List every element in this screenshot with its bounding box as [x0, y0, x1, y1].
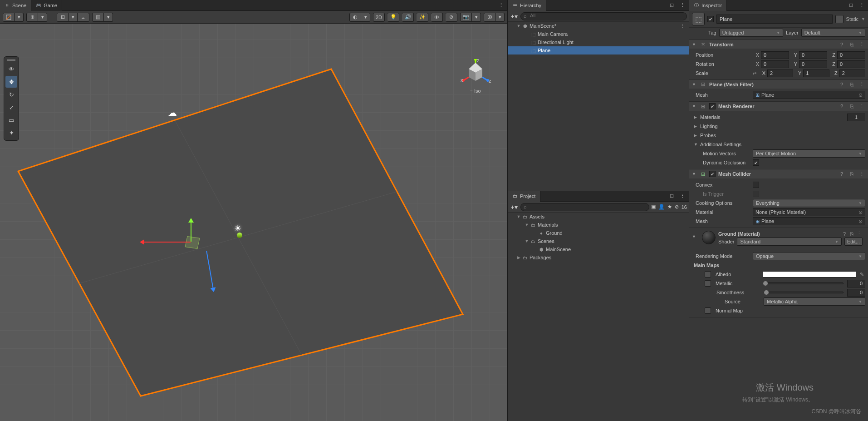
render-debug-button[interactable]: ◐ — [349, 13, 361, 22]
menu-icon[interactable]: ⋮ — [858, 171, 865, 177]
albedo-color-swatch[interactable] — [763, 271, 856, 277]
materials-count[interactable]: 1 — [847, 114, 865, 121]
scale-y-input[interactable]: 1 — [803, 69, 829, 77]
preset-icon[interactable]: ⎘ — [848, 171, 855, 177]
gizmos-toggle[interactable]: ⦿ — [484, 13, 495, 22]
orientation-gizmo[interactable]: x y z ≡ Iso — [457, 59, 494, 94]
material-preview-icon[interactable] — [702, 231, 716, 244]
favorite-filter-icon[interactable]: ★ — [667, 204, 672, 210]
convex-checkbox[interactable] — [753, 182, 759, 188]
smoothness-value-input[interactable]: 0 — [847, 289, 865, 297]
scene-view[interactable]: ☁ ☀ 👁 ✥ ↻ ⤢ ▭ ✦ x — [0, 24, 507, 421]
hidden-toggle[interactable]: 👁 — [431, 13, 443, 22]
constrain-scale-icon[interactable]: ⇄ — [753, 71, 760, 76]
gameobject-icon[interactable]: ⬚ — [692, 13, 705, 25]
foldout-icon[interactable] — [516, 24, 521, 28]
foldout-icon[interactable] — [516, 214, 521, 219]
inspector-dock[interactable]: ⊡ — [846, 2, 856, 8]
project-assets-row[interactable]: 🗀Assets — [508, 213, 689, 221]
project-search-input[interactable] — [520, 203, 649, 211]
hierarchy-item-light[interactable]: ⬚Directional Light — [508, 38, 689, 46]
layers-button[interactable] — [835, 15, 843, 23]
position-x-input[interactable]: 0 — [761, 51, 789, 59]
albedo-texture[interactable] — [705, 271, 711, 277]
materials-foldout[interactable]: ▶Materials1 — [692, 113, 865, 122]
filter-type-icon[interactable]: ▣ — [651, 204, 656, 210]
gizmo-x-axis[interactable] — [141, 242, 191, 243]
collider-mesh-field[interactable]: ⊞Plane⊙ — [753, 217, 865, 225]
rotation-x-input[interactable]: 0 — [761, 60, 789, 68]
scale-tool[interactable]: ⤢ — [5, 101, 17, 113]
draw-mode-button[interactable]: ⊕ — [26, 13, 38, 22]
source-dropdown[interactable]: Metallic Alpha▼ — [764, 297, 865, 306]
toggle-2d[interactable]: 2D — [373, 13, 385, 22]
project-tab-menu[interactable]: ⋮ — [677, 193, 689, 199]
camera-settings[interactable]: 📷 — [460, 13, 472, 22]
tab-inspector[interactable]: ⓘInspector — [689, 0, 727, 11]
rotation-z-input[interactable]: 0 — [837, 60, 865, 68]
menu-icon[interactable]: ⋮ — [858, 41, 865, 47]
hierarchy-scene-row[interactable]: ⬢MainScene*⋮ — [508, 22, 689, 30]
foldout-icon[interactable]: ▼ — [692, 234, 696, 239]
mesh-filter-header[interactable]: ▼ ⊞ Plane (Mesh Filter) ? ⎘ ⋮ — [689, 80, 868, 89]
physic-material-field[interactable]: None (Physic Material)⊙ — [753, 208, 865, 216]
lighting-foldout[interactable]: ▶Lighting — [692, 122, 865, 131]
eyedropper-icon[interactable]: ✎ — [858, 272, 865, 277]
view-tool[interactable]: 👁 — [5, 63, 17, 75]
layer-dropdown[interactable]: Default▼ — [801, 29, 865, 37]
project-mainscene-row[interactable]: ⬢MainScene — [508, 245, 689, 253]
tab-game[interactable]: 🎮Game — [31, 0, 62, 11]
static-dropdown[interactable]: ▼ — [861, 17, 865, 21]
lighting-toggle[interactable]: 💡 — [387, 13, 399, 22]
move-tool[interactable]: ✥ — [5, 76, 17, 88]
mesh-collider-header[interactable]: ▼ ⊞ ✔ Mesh Collider ? ⎘ ⋮ — [689, 169, 868, 178]
active-checkbox[interactable]: ✔ — [707, 16, 714, 22]
transform-header[interactable]: ▼ ⤧ Transform ? ⎘ ⋮ — [689, 40, 868, 49]
probes-foldout[interactable]: ▶Probes — [692, 131, 865, 140]
hierarchy-item-camera[interactable]: ⬚Main Camera — [508, 30, 689, 38]
foldout-icon[interactable]: ▼ — [692, 104, 696, 109]
position-z-input[interactable]: 0 — [837, 51, 865, 59]
object-picker-icon[interactable]: ⊙ — [858, 218, 863, 224]
rendering-mode-dropdown[interactable]: Opaque▼ — [753, 252, 865, 260]
hierarchy-add-button[interactable]: +▾ — [510, 13, 519, 20]
project-dock[interactable]: ⊡ — [667, 193, 677, 199]
hierarchy-tab-menu[interactable]: ⋮ — [677, 2, 689, 8]
object-picker-icon[interactable]: ⊙ — [858, 92, 863, 98]
foldout-icon[interactable]: ▼ — [692, 82, 696, 87]
palette-drag-handle[interactable] — [7, 59, 15, 61]
snap-toggle[interactable]: ⫠ — [78, 13, 89, 22]
gizmo-y-axis[interactable] — [191, 219, 191, 242]
preset-icon[interactable]: ⎘ — [848, 104, 855, 109]
preset-icon[interactable]: ⎘ — [848, 82, 855, 87]
normal-texture[interactable] — [705, 307, 711, 314]
shading-mode-dropdown[interactable]: ▾ — [15, 13, 24, 22]
hierarchy-item-plane[interactable]: ⬚Plane — [508, 46, 689, 54]
foldout-icon[interactable] — [524, 223, 530, 227]
mesh-renderer-header[interactable]: ▼ ⊞ ✔ Mesh Renderer ? ⎘ ⋮ — [689, 102, 868, 111]
rotation-y-input[interactable]: 0 — [799, 60, 827, 68]
smoothness-slider[interactable] — [764, 292, 843, 293]
rect-tool[interactable]: ▭ — [5, 114, 17, 126]
rotate-tool[interactable]: ↻ — [5, 89, 17, 100]
preset-icon[interactable]: ⎘ — [848, 231, 855, 237]
foldout-icon[interactable]: ▼ — [692, 42, 696, 47]
renderer-enabled-checkbox[interactable]: ✔ — [709, 103, 716, 109]
help-icon[interactable]: ? — [838, 104, 845, 109]
tab-project[interactable]: 🗀Project — [508, 191, 540, 202]
additional-foldout[interactable]: ▼Additional Settings — [692, 140, 865, 149]
hierarchy-search-input[interactable]: All — [520, 12, 687, 20]
metallic-slider[interactable] — [763, 282, 843, 284]
visibility-toggle[interactable]: ⊘ — [446, 13, 457, 22]
gameobject-name-input[interactable]: Plane — [716, 15, 833, 24]
scale-z-input[interactable]: 2 — [839, 69, 865, 77]
shading-mode-button[interactable] — [3, 13, 15, 22]
menu-icon[interactable]: ⋮ — [858, 104, 865, 109]
menu-icon[interactable]: ⋮ — [858, 81, 865, 87]
dynamic-occlusion-checkbox[interactable]: ✔ — [753, 159, 759, 166]
grid-dropdown[interactable]: ▾ — [69, 13, 78, 22]
help-icon[interactable]: ? — [838, 171, 845, 177]
camera-settings-dropdown[interactable]: ▾ — [472, 13, 481, 22]
preset-icon[interactable]: ⎘ — [848, 42, 855, 47]
motion-vectors-dropdown[interactable]: Per Object Motion▼ — [753, 149, 865, 158]
